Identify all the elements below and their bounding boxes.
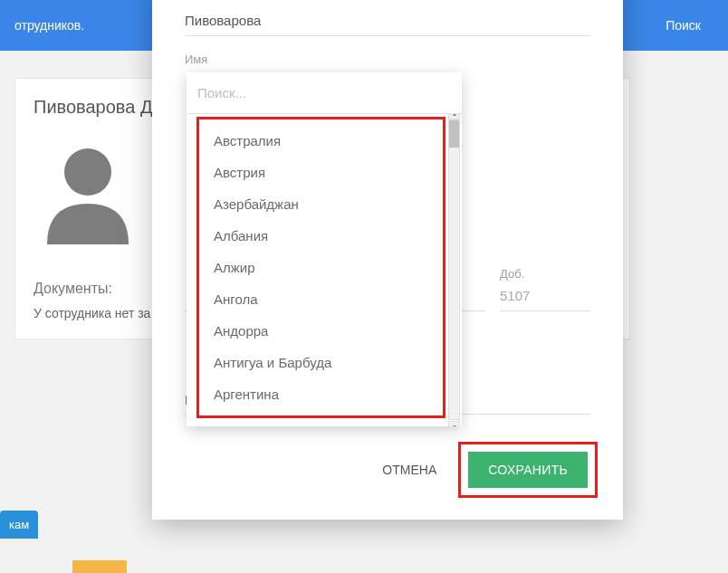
save-button[interactable]: СОХРАНИТЬ xyxy=(468,452,588,488)
dropdown-item[interactable]: Антигуа и Барбуда xyxy=(199,347,443,378)
scroll-down-icon[interactable]: ▾ xyxy=(448,421,460,426)
bottom-tab[interactable]: кам xyxy=(0,511,38,539)
orange-indicator xyxy=(72,560,127,573)
surname-value[interactable]: Пивоварова xyxy=(185,9,590,36)
dropdown-search-input[interactable] xyxy=(187,72,462,114)
dropdown-item[interactable]: Албания xyxy=(199,220,443,252)
dropdown-item[interactable]: Ангола xyxy=(199,283,443,315)
scroll-up-icon[interactable]: ▴ xyxy=(448,114,460,119)
avatar-icon xyxy=(38,136,138,244)
country-dropdown: Австралия Австрия Азербайджан Албания Ал… xyxy=(187,72,462,426)
cancel-button[interactable]: ОТМЕНА xyxy=(368,454,451,486)
ext-value[interactable]: 5107 xyxy=(500,284,590,311)
dropdown-item[interactable]: Аргентина xyxy=(199,378,443,410)
topbar-text: отрудников. xyxy=(14,18,84,33)
dropdown-item[interactable]: Азербайджан xyxy=(199,188,443,220)
modal-footer: ОТМЕНА СОХРАНИТЬ xyxy=(152,425,623,520)
dropdown-item[interactable]: Андорра xyxy=(199,315,443,347)
dropdown-item[interactable]: Армения xyxy=(199,410,443,418)
name-label: Имя xyxy=(185,53,590,66)
ext-label: Доб. xyxy=(500,267,590,281)
svg-point-0 xyxy=(64,148,111,196)
dropdown-list-highlight: Австралия Австрия Азербайджан Албания Ал… xyxy=(196,117,445,418)
dropdown-item[interactable]: Алжир xyxy=(199,252,443,283)
search-button[interactable]: Поиск xyxy=(653,11,714,40)
scrollbar-thumb[interactable] xyxy=(449,120,459,148)
dropdown-item[interactable]: Австрия xyxy=(199,157,443,188)
save-highlight: СОХРАНИТЬ xyxy=(458,442,598,498)
dropdown-item[interactable]: Австралия xyxy=(199,125,443,157)
dropdown-scroll: Австралия Австрия Азербайджан Албания Ал… xyxy=(187,114,462,426)
scrollbar-track[interactable] xyxy=(448,119,460,420)
